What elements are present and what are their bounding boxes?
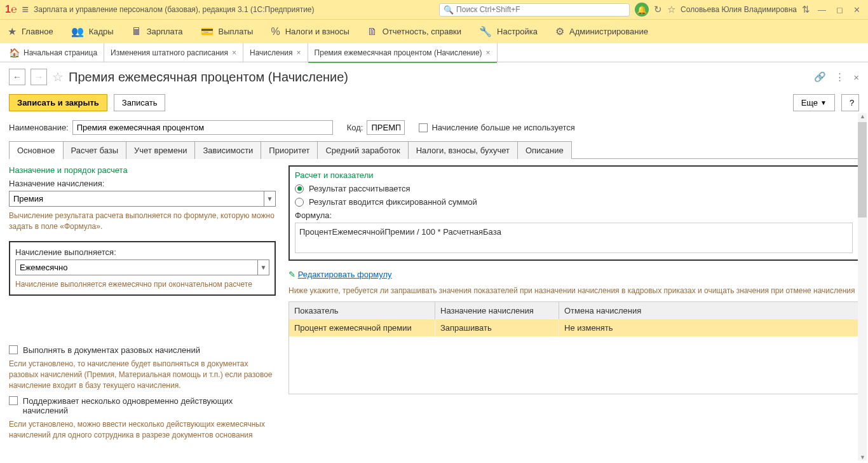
favorite-icon[interactable]: ☆ xyxy=(52,69,64,85)
menu-otchet[interactable]: 🗎Отчетность, справки xyxy=(367,26,461,38)
th-cancel: Отмена начисления xyxy=(559,302,858,319)
ctab-base[interactable]: Расчет базы xyxy=(63,141,127,159)
scrollbar[interactable] xyxy=(858,113,867,460)
radio2-label: Результат вводится фиксированной суммой xyxy=(309,197,477,207)
not-used-checkbox[interactable] xyxy=(419,123,428,132)
help-button[interactable]: ? xyxy=(841,94,859,111)
ctab-desc[interactable]: Описание xyxy=(517,141,572,159)
left-column: Назначение и порядок расчета Назначение … xyxy=(9,165,276,463)
radio1-row[interactable]: Результат рассчитывается xyxy=(295,184,853,193)
maximize-icon[interactable]: ◻ xyxy=(834,5,846,15)
radio1[interactable] xyxy=(295,184,304,193)
calculator-icon: 🖩 xyxy=(132,26,142,38)
cb1-hint: Если установлено, то начисление будет вы… xyxy=(9,359,276,390)
td-cancel: Не изменять xyxy=(559,319,858,336)
radio2[interactable] xyxy=(295,198,304,207)
gear-icon: ⚙ xyxy=(555,25,564,38)
filter-icon[interactable]: ⇅ xyxy=(802,4,810,15)
radio2-row[interactable]: Результат вводится фиксированной суммой xyxy=(295,197,853,207)
code-input[interactable] xyxy=(367,120,405,135)
menu-zarplata[interactable]: 🖩Зарплата xyxy=(132,26,183,38)
ctab-avg[interactable]: Средний заработок xyxy=(317,141,408,159)
right-column: Расчет и показатели Результат рассчитыва… xyxy=(288,165,859,463)
perform-input[interactable] xyxy=(16,260,257,275)
code-label: Код: xyxy=(347,123,363,132)
cb1-checkbox[interactable] xyxy=(9,345,18,354)
ctab-time[interactable]: Учет времени xyxy=(126,141,195,159)
scroll-thumb[interactable] xyxy=(858,122,867,218)
star-icon[interactable]: ☆ xyxy=(667,4,675,15)
hamburger-icon[interactable]: ≡ xyxy=(22,3,29,17)
cb2-row: Поддерживает несколько одновременно дейс… xyxy=(9,396,276,415)
th-assign: Назначение начисления xyxy=(435,302,559,319)
cb2-checkbox[interactable] xyxy=(9,396,18,405)
assign-label: Назначение начисления: xyxy=(9,179,276,188)
assign-select[interactable]: ▼ xyxy=(9,191,276,207)
user-name: Соловьева Юлия Владимировна xyxy=(681,5,797,14)
logo-1c: 1℮ xyxy=(5,4,17,15)
menu-nalogi[interactable]: %Налоги и взносы xyxy=(271,26,349,38)
cb1-label: Выполнять в документах разовых начислени… xyxy=(23,345,200,355)
name-input[interactable] xyxy=(72,120,333,135)
chevron-down-icon[interactable]: ▼ xyxy=(257,260,269,275)
menu-nastroika[interactable]: 🔧Настройка xyxy=(479,25,538,38)
td-indicator: Процент ежемесячной премии xyxy=(289,319,435,336)
tab-home[interactable]: 🏠Начальная страница xyxy=(3,43,104,62)
assign-input[interactable] xyxy=(10,191,264,206)
home-icon: 🏠 xyxy=(9,48,20,58)
report-icon: 🗎 xyxy=(367,26,377,38)
tab-current[interactable]: Премия ежемесячная процентом (Начисление… xyxy=(308,43,498,62)
tab-staffing[interactable]: Изменения штатного расписания× xyxy=(104,43,243,62)
bell-icon[interactable]: 🔔 xyxy=(635,3,649,17)
edit-formula-link[interactable]: Редактировать формулу xyxy=(298,270,392,279)
formula-box[interactable]: ПроцентЕжемесячнойПремии / 100 * Расчетн… xyxy=(295,223,853,253)
search-icon: 🔍 xyxy=(444,5,454,15)
page-header: ← → ☆ Премия ежемесячная процентом (Начи… xyxy=(0,62,868,92)
td-assign: Запрашивать xyxy=(435,319,559,336)
menu-kadry[interactable]: 👥Кадры xyxy=(71,25,114,38)
name-label: Наименование: xyxy=(9,123,69,132)
section-purpose: Назначение и порядок расчета xyxy=(9,165,276,175)
kebab-icon[interactable]: ⋮ xyxy=(835,71,844,83)
app-title: Зарплата и управление персоналом (базова… xyxy=(34,5,315,14)
close-icon[interactable]: × xyxy=(486,48,491,57)
nav-back-button[interactable]: ← xyxy=(9,69,25,85)
formula-label: Формула: xyxy=(295,211,853,220)
chevron-down-icon[interactable]: ▼ xyxy=(264,191,275,206)
wallet-icon: 💳 xyxy=(201,25,214,38)
save-close-button[interactable]: Записать и закрыть xyxy=(9,94,107,111)
more-button[interactable]: Еще▼ xyxy=(793,94,835,111)
perform-select[interactable]: ▼ xyxy=(15,259,269,275)
top-bar: 1℮ ≡ Зарплата и управление персоналом (б… xyxy=(0,0,868,19)
toolbar: Записать и закрыть Записать Еще▼ ? xyxy=(0,92,868,118)
menu-main[interactable]: ★Главное xyxy=(8,25,53,38)
tab-accruals[interactable]: Начисления× xyxy=(243,43,308,62)
close-icon[interactable]: × xyxy=(297,48,301,57)
main-menu: ★Главное 👥Кадры 🖩Зарплата 💳Выплаты %Нало… xyxy=(0,19,868,43)
radio1-label: Результат рассчитывается xyxy=(309,184,410,193)
table-row[interactable]: Процент ежемесячной премии Запрашивать Н… xyxy=(289,319,858,336)
not-used-label: Начисление больше не используется xyxy=(431,123,574,132)
indicators-table: Показатель Назначение начисления Отмена … xyxy=(288,301,859,394)
star-filled-icon: ★ xyxy=(8,25,17,38)
ctab-tax[interactable]: Налоги, взносы, бухучет xyxy=(408,141,518,159)
close-icon[interactable]: ✕ xyxy=(851,5,863,15)
history-icon[interactable]: ↻ xyxy=(654,4,662,15)
menu-vyplaty[interactable]: 💳Выплаты xyxy=(201,25,254,38)
search-box[interactable]: 🔍 xyxy=(439,3,630,17)
nav-forward-button[interactable]: → xyxy=(31,69,47,85)
percent-icon: % xyxy=(271,26,280,38)
search-input[interactable] xyxy=(456,5,625,14)
ctab-main[interactable]: Основное xyxy=(9,141,64,159)
wrench-icon: 🔧 xyxy=(479,25,492,38)
table-header: Показатель Назначение начисления Отмена … xyxy=(289,302,858,319)
ctab-priority[interactable]: Приоритет xyxy=(261,141,318,159)
link-icon[interactable]: 🔗 xyxy=(814,71,826,83)
ctab-deps[interactable]: Зависимости xyxy=(194,141,261,159)
minimize-icon[interactable]: — xyxy=(815,5,829,15)
save-button[interactable]: Записать xyxy=(114,94,166,111)
menu-admin[interactable]: ⚙Администрирование xyxy=(555,25,648,38)
close-page-icon[interactable]: × xyxy=(853,72,859,83)
calc-box: Расчет и показатели Результат рассчитыва… xyxy=(288,165,859,261)
close-icon[interactable]: × xyxy=(232,48,236,57)
